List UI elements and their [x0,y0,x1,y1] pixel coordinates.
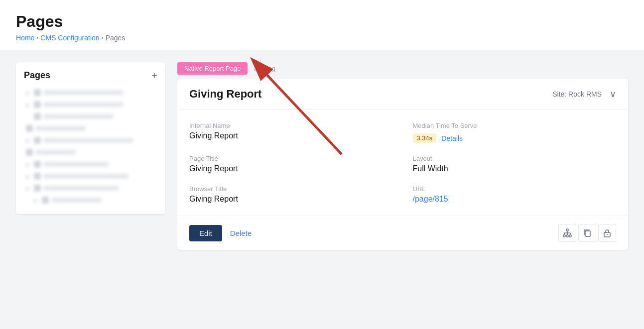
median-time-field: Median Time To Serve 3.34s Details [413,122,617,143]
expand-icon: ▶ [26,90,30,96]
median-time-row: 3.34s Details [413,133,617,143]
internal-name-field: Internal Name Giving Report [189,122,393,143]
internal-name-value: Giving Report [189,131,393,140]
expand-icon: ▶ [26,102,30,108]
url-label: URL [413,185,617,193]
page-icon [26,149,33,156]
fields-grid: Internal Name Giving Report Median Time … [189,122,616,204]
copy-icon [583,228,592,237]
expand-icon: ▶ [26,162,30,167]
tag-row: Native Report Page add tag [177,62,628,75]
sidebar-item-label [44,102,124,107]
list-item[interactable]: ▶ [24,158,157,170]
breadcrumb-sep-2: › [102,34,104,41]
svg-rect-4 [566,235,568,237]
sidebar-item-label [44,186,119,191]
layout-field: Layout Full Width [413,155,617,173]
list-item[interactable] [24,146,157,158]
list-item[interactable]: ▶ [24,170,157,182]
expand-icon: ▶ [26,138,30,143]
native-report-tag[interactable]: Native Report Page [177,62,248,75]
time-badge: 3.34s [413,133,437,143]
footer-icons [558,224,616,242]
list-item[interactable]: ▶ [24,87,157,99]
svg-rect-2 [566,229,568,231]
sidebar-item-label [36,126,86,131]
add-page-button[interactable]: + [151,71,157,81]
lock-icon [603,228,612,237]
add-tag-button[interactable]: add tag [254,65,275,72]
list-item[interactable] [24,122,157,134]
breadcrumb-sep-1: › [36,34,38,41]
page-title: Pages [16,12,628,31]
right-panel: Native Report Page add tag Giving Report [177,62,628,318]
card-header-right: Site: Rock RMS ∨ [552,89,616,100]
expand-icon: ▶ [34,198,38,203]
sidebar-item-label [36,150,76,155]
list-item[interactable]: ▶ [24,99,157,110]
page-icon [26,125,33,132]
page-icon [34,113,41,120]
internal-name-label: Internal Name [189,122,393,129]
sidebar-title: Pages [24,70,50,81]
list-item[interactable]: ▶ [24,134,157,146]
sidebar-item-label [44,174,129,179]
median-time-label: Median Time To Serve [413,122,617,129]
page-icon [42,197,49,204]
sidebar-item-label [44,162,109,167]
lock-button[interactable] [598,224,616,242]
page-icon [34,185,41,192]
page-icon [34,173,41,180]
hierarchy-button[interactable] [558,224,576,242]
sidebar-item-label [44,114,114,119]
sidebar-item-label [44,90,124,95]
url-link[interactable]: /page/815 [413,195,617,204]
page-icon [34,137,41,144]
card-header: Giving Report Site: Rock RMS ∨ [177,79,628,110]
browser-title-value: Giving Report [189,195,393,204]
svg-rect-5 [569,235,571,237]
url-field: URL /page/815 [413,185,617,204]
page-icon [34,101,41,108]
card-footer: Edit Delete [177,216,628,250]
breadcrumb: Home › CMS Configuration › Pages [16,34,628,42]
delete-button[interactable]: Delete [230,229,252,237]
sidebar: Pages + ▶ ▶ [16,62,165,214]
layout-label: Layout [413,155,617,162]
browser-title-field: Browser Title Giving Report [189,185,393,204]
page-title-value: Giving Report [189,164,393,173]
footer-actions: Edit Delete [189,225,252,241]
edit-button[interactable]: Edit [189,225,222,241]
card-body: Internal Name Giving Report Median Time … [177,110,628,216]
hierarchy-icon [563,228,572,237]
breadcrumb-home[interactable]: Home [16,34,34,42]
sidebar-item-label [52,198,102,203]
svg-point-13 [607,234,608,235]
sidebar-item-label [44,138,133,143]
svg-rect-3 [563,235,565,237]
browser-title-label: Browser Title [189,185,393,193]
page-title-field: Page Title Giving Report [189,155,393,173]
svg-rect-11 [585,231,590,236]
chevron-down-icon[interactable]: ∨ [610,89,616,100]
expand-icon: ▶ [26,174,30,179]
site-label: Site: Rock RMS [552,90,602,98]
card-title: Giving Report [189,88,261,101]
list-item[interactable] [24,110,157,122]
page-title-label: Page Title [189,155,393,162]
list-item[interactable]: ▶ [24,194,157,206]
page-detail-card: Giving Report Site: Rock RMS ∨ Internal … [177,79,628,250]
list-item[interactable]: ▶ [24,182,157,194]
layout-value: Full Width [413,164,617,173]
page-icon [34,161,41,168]
sidebar-items-list: ▶ ▶ ▶ [24,87,157,206]
page-icon [34,89,41,96]
details-link[interactable]: Details [441,134,463,142]
breadcrumb-current: Pages [106,34,126,42]
expand-icon: ▶ [26,186,30,191]
copy-button[interactable] [578,224,596,242]
breadcrumb-cms[interactable]: CMS Configuration [40,34,99,42]
